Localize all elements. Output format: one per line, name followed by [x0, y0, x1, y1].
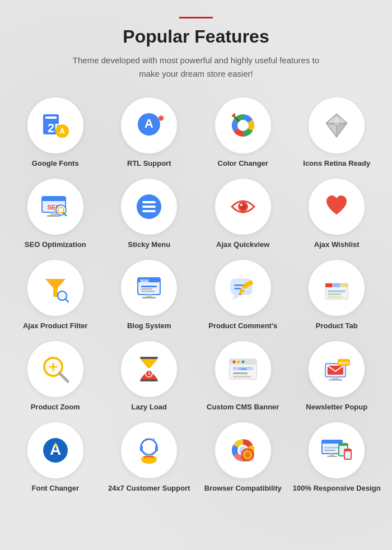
- svg-rect-68: [140, 379, 158, 381]
- svg-rect-103: [322, 440, 342, 444]
- svg-rect-111: [324, 450, 335, 451]
- ajax-filter-label: Ajax Product Filter: [23, 321, 88, 331]
- features-grid: 2B A Google Fonts A ✱ RTL Support: [11, 97, 381, 493]
- svg-text:✱: ✱: [158, 114, 164, 123]
- svg-marker-65: [141, 358, 157, 368]
- svg-rect-54: [325, 283, 333, 287]
- feature-ajax-quickview: Ajax Quickview: [199, 179, 287, 250]
- svg-rect-28: [142, 206, 156, 208]
- responsive-label: 100% Responsive Design: [293, 484, 381, 493]
- svg-point-32: [240, 204, 242, 206]
- svg-point-76: [241, 360, 244, 363]
- svg-rect-21: [47, 215, 60, 217]
- ajax-quickview-label: Ajax Quickview: [216, 240, 269, 250]
- svg-point-101: [245, 452, 250, 458]
- icons-retina-label: Icons Retina Ready: [303, 159, 370, 169]
- custom-cms-label: Custom CMS Banner: [207, 403, 279, 412]
- lazy-load-label: Lazy Load: [131, 403, 167, 412]
- svg-rect-19: [42, 197, 66, 201]
- svg-rect-1: [45, 116, 57, 119]
- svg-rect-110: [324, 447, 340, 449]
- feature-ajax-filter: Ajax Product Filter: [11, 260, 100, 331]
- product-zoom-label: Product Zoom: [31, 403, 80, 412]
- product-tab-label: Product Tab: [316, 321, 358, 331]
- svg-text:✦: ✦: [144, 437, 148, 442]
- svg-point-75: [237, 360, 240, 363]
- svg-rect-79: [233, 372, 248, 374]
- svg-rect-42: [141, 286, 157, 287]
- svg-line-25: [63, 213, 66, 216]
- feature-product-comments: Product Comment's: [199, 260, 287, 331]
- svg-rect-59: [328, 296, 343, 298]
- svg-rect-27: [142, 201, 156, 203]
- ajax-wishlist-label: Ajax Wishlist: [314, 240, 360, 250]
- blog-system-label: Blog System: [127, 321, 171, 331]
- svg-text:CMS: CMS: [239, 367, 246, 371]
- feature-icons-retina: Icons Retina Ready: [293, 97, 381, 169]
- svg-rect-52: [234, 288, 241, 290]
- svg-point-36: [60, 293, 64, 298]
- svg-text:A: A: [144, 116, 153, 130]
- svg-rect-67: [140, 357, 158, 359]
- svg-rect-82: [332, 377, 339, 379]
- svg-rect-50: [239, 293, 242, 295]
- customer-support-label: 24x7 Customer Support: [108, 484, 190, 493]
- svg-rect-80: [233, 376, 251, 377]
- svg-rect-55: [333, 283, 340, 287]
- feature-seo: SEO SEO Optimization: [11, 179, 100, 250]
- svg-rect-105: [327, 456, 337, 457]
- sticky-menu-label: Sticky Menu: [128, 240, 170, 250]
- svg-text:✦: ✦: [152, 437, 155, 441]
- svg-rect-92: [155, 446, 158, 451]
- page-title: Popular Features: [11, 26, 381, 47]
- feature-newsletter: NEWS Newsletter Popup: [293, 341, 381, 412]
- feature-customer-support: ✦ ✦ 24x7 Customer Support: [105, 422, 194, 493]
- svg-rect-41: [142, 297, 156, 299]
- svg-line-37: [66, 299, 68, 302]
- svg-rect-58: [328, 293, 341, 295]
- svg-rect-20: [50, 212, 57, 215]
- svg-rect-109: [344, 449, 351, 451]
- header-subtitle: Theme developed with most powerful and h…: [67, 54, 325, 81]
- svg-rect-107: [339, 444, 348, 446]
- feature-font-changer: A A Font Changer: [11, 422, 100, 493]
- svg-rect-56: [341, 283, 348, 287]
- svg-line-62: [59, 373, 68, 381]
- svg-point-74: [232, 360, 235, 363]
- svg-rect-40: [146, 295, 152, 297]
- page-container: Popular Features Theme developed with mo…: [11, 17, 381, 493]
- feature-ajax-wishlist: Ajax Wishlist: [293, 179, 381, 250]
- svg-rect-51: [234, 285, 243, 286]
- feature-google-fonts: 2B A Google Fonts: [11, 97, 100, 169]
- svg-rect-91: [140, 446, 143, 451]
- svg-rect-57: [328, 290, 346, 292]
- svg-text:NEWS: NEWS: [339, 361, 349, 365]
- svg-text:A: A: [53, 442, 57, 448]
- browser-compat-label: Browser Compatibility: [204, 484, 282, 493]
- newsletter-label: Newsletter Popup: [306, 403, 367, 412]
- svg-rect-44: [141, 291, 155, 292]
- svg-rect-104: [330, 454, 334, 456]
- product-comments-label: Product Comment's: [208, 321, 277, 331]
- color-changer-label: Color Changer: [218, 159, 268, 169]
- feature-browser-compat: Browser Compatibility: [199, 422, 287, 493]
- feature-responsive: 100% Responsive Design: [293, 422, 381, 493]
- header-section: Popular Features Theme developed with mo…: [11, 17, 381, 81]
- svg-text:A: A: [59, 127, 65, 136]
- svg-marker-34: [45, 279, 66, 288]
- feature-blog-system: BL0G Blog System: [105, 260, 194, 331]
- header-divider: [179, 17, 213, 18]
- feature-custom-cms: CMS Custom CMS Banner: [199, 341, 287, 412]
- feature-lazy-load: Lazy Load: [105, 341, 194, 412]
- seo-label: SEO Optimization: [25, 240, 86, 250]
- svg-rect-29: [142, 210, 156, 212]
- font-changer-label: Font Changer: [32, 484, 80, 493]
- svg-point-90: [141, 439, 157, 455]
- feature-product-tab: Product Tab: [293, 260, 381, 331]
- svg-text:BL0G: BL0G: [141, 279, 148, 283]
- rtl-support-label: RTL Support: [127, 159, 171, 169]
- feature-rtl-support: A ✱ RTL Support: [105, 97, 194, 169]
- google-fonts-label: Google Fonts: [32, 159, 79, 169]
- svg-rect-43: [141, 288, 152, 290]
- svg-marker-13: [337, 123, 347, 137]
